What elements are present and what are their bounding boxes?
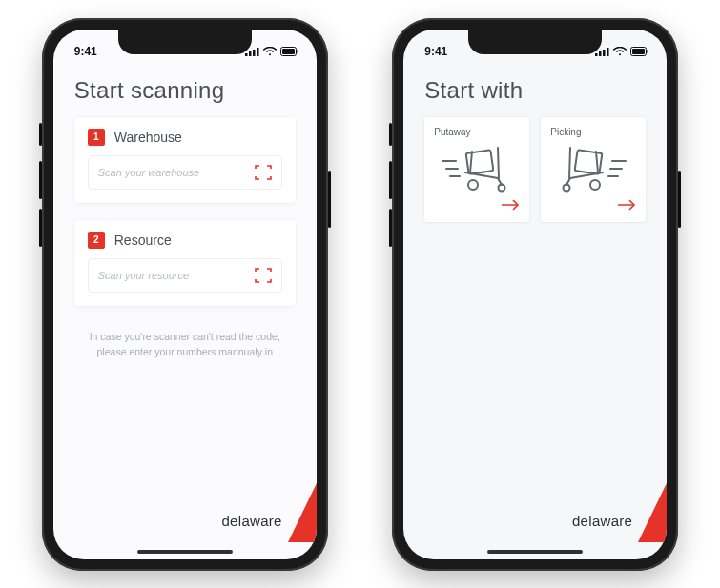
barcode-icon[interactable]: [245, 165, 281, 180]
tile-label-picking: Picking: [550, 127, 636, 137]
home-indicator[interactable]: [487, 550, 583, 554]
svg-rect-5: [282, 49, 295, 54]
svg-rect-7: [595, 53, 598, 56]
picking-illustration-icon: [550, 143, 636, 197]
svg-line-27: [596, 152, 598, 172]
page-title: Start with: [424, 77, 646, 104]
helper-line-1: In case you're scanner can't read the co…: [90, 331, 280, 342]
svg-point-29: [590, 180, 600, 190]
svg-line-19: [498, 148, 499, 178]
brand-name: delaware: [572, 513, 632, 529]
step-badge-2: 2: [88, 232, 105, 249]
home-indicator[interactable]: [137, 550, 233, 554]
arrow-right-icon: [501, 197, 520, 214]
brand-name: delaware: [221, 513, 281, 529]
status-time: 9:41: [74, 45, 97, 58]
resource-input[interactable]: [89, 259, 245, 292]
svg-rect-6: [297, 50, 298, 53]
warehouse-scan-field[interactable]: [88, 155, 282, 190]
svg-rect-9: [603, 50, 606, 56]
tile-putaway[interactable]: Putaway: [424, 117, 529, 222]
helper-line-2: please enter your numbers mannualy in: [97, 346, 273, 357]
svg-rect-3: [257, 48, 259, 56]
phone-mockup-scanning: 9:41 Start scanning 1 Warehouse: [42, 18, 328, 571]
device-notch: [468, 30, 602, 54]
scan-card-warehouse: 1 Warehouse: [74, 117, 296, 203]
arrow-right-icon: [617, 197, 636, 214]
svg-line-18: [470, 152, 472, 172]
svg-rect-1: [249, 51, 252, 56]
card-label-warehouse: Warehouse: [114, 130, 182, 145]
page-title: Start scanning: [74, 77, 296, 104]
warehouse-input[interactable]: [89, 156, 245, 189]
svg-point-20: [468, 180, 478, 190]
card-label-resource: Resource: [114, 233, 172, 248]
svg-rect-2: [253, 50, 256, 56]
wifi-icon: [263, 47, 277, 56]
barcode-icon[interactable]: [245, 268, 281, 283]
step-badge-1: 1: [88, 129, 105, 146]
battery-icon: [280, 47, 299, 56]
svg-rect-12: [632, 49, 645, 54]
svg-rect-13: [648, 50, 649, 53]
brand-triangle-icon: [638, 483, 667, 542]
helper-text: In case you're scanner can't read the co…: [74, 329, 296, 360]
brand: delaware: [221, 483, 316, 542]
wifi-icon: [613, 47, 627, 56]
brand-triangle-icon: [288, 483, 317, 542]
brand: delaware: [572, 483, 667, 542]
svg-rect-10: [607, 48, 609, 56]
status-time: 9:41: [424, 45, 447, 58]
putaway-illustration-icon: [434, 143, 520, 197]
device-notch: [118, 30, 252, 54]
svg-line-28: [569, 148, 570, 178]
svg-rect-0: [245, 53, 248, 56]
resource-scan-field[interactable]: [88, 258, 282, 293]
tile-picking[interactable]: Picking: [541, 117, 646, 222]
battery-icon: [630, 47, 649, 56]
scan-card-resource: 2 Resource: [74, 220, 296, 306]
phone-mockup-startwith: 9:41 Start with Putaway: [392, 18, 678, 571]
tile-label-putaway: Putaway: [434, 127, 520, 137]
svg-rect-8: [599, 51, 602, 56]
